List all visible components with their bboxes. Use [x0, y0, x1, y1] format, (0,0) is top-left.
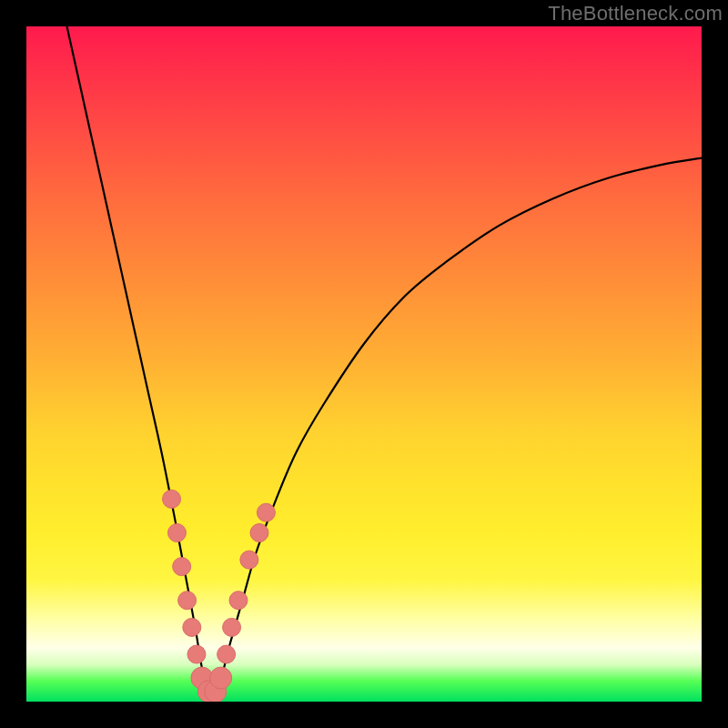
curve-marker	[250, 524, 268, 542]
curve-marker	[163, 490, 181, 508]
curve-marker	[217, 645, 236, 663]
curve-marker	[173, 558, 191, 576]
outer-frame: TheBottleneck.com	[0, 0, 728, 728]
curve-marker	[210, 667, 232, 689]
curve-marker	[229, 592, 248, 610]
chart-svg	[26, 26, 702, 702]
curve-group	[67, 26, 702, 694]
curve-marker	[178, 592, 197, 610]
curve-marker	[223, 618, 241, 636]
curve-marker	[240, 551, 258, 569]
markers-group	[163, 490, 276, 702]
curve-marker	[187, 645, 206, 663]
plot-area	[26, 26, 702, 702]
curve-marker	[257, 503, 275, 521]
curve-marker	[167, 524, 186, 542]
curve-marker	[183, 618, 201, 636]
bottleneck-curve-path	[67, 26, 702, 694]
watermark-text: TheBottleneck.com	[548, 2, 723, 25]
